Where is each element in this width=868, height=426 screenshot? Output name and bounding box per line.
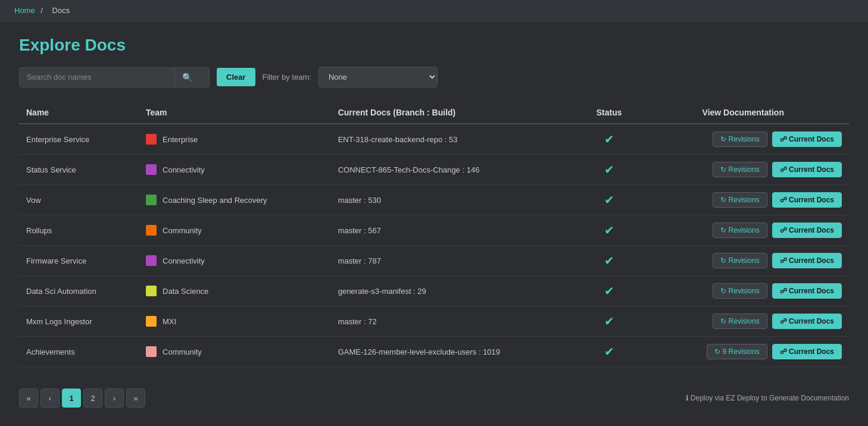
status-check-icon: ✔︎ bbox=[604, 284, 614, 297]
row-view-docs: ↻ Revisions☍ Current Docs bbox=[638, 246, 849, 276]
team-name: Community bbox=[163, 347, 202, 356]
row-status: ✔︎ bbox=[581, 155, 638, 185]
table-body: Enterprise ServiceEnterpriseENT-318-crea… bbox=[19, 124, 849, 367]
team-name: Connectivity bbox=[163, 256, 205, 265]
col-header-current-docs: Current Docs (Branch : Build) bbox=[331, 102, 581, 124]
row-view-docs: ↻ Revisions☍ Current Docs bbox=[638, 215, 849, 246]
breadcrumb-current: Docs bbox=[52, 6, 70, 15]
row-branch-build: ENT-318-create-backend-repo : 53 bbox=[331, 124, 581, 155]
docs-table-container: Name Team Current Docs (Branch : Build) … bbox=[19, 102, 849, 367]
row-team: MXI bbox=[139, 306, 331, 337]
revisions-button[interactable]: ↻ Revisions bbox=[713, 283, 767, 299]
revisions-button[interactable]: ↻ Revisions bbox=[713, 162, 767, 177]
row-team: Community bbox=[139, 215, 331, 246]
row-view-docs: ↻ Revisions☍ Current Docs bbox=[638, 276, 849, 306]
team-color-swatch bbox=[146, 225, 157, 236]
row-team: Connectivity bbox=[139, 246, 331, 276]
table-row: Firmware ServiceConnectivitymaster : 787… bbox=[19, 246, 849, 276]
filters-bar: 🔍 Clear Filter by team: None bbox=[19, 67, 849, 87]
table-row: Data Sci AutomationData Sciencegenerate-… bbox=[19, 276, 849, 306]
pagination-page2[interactable]: 2 bbox=[83, 389, 102, 408]
row-branch-build: GAME-126-member-level-exclude-users : 10… bbox=[331, 337, 581, 367]
current-docs-button[interactable]: ☍ Current Docs bbox=[772, 253, 842, 268]
team-color-swatch bbox=[146, 164, 157, 175]
team-color-swatch bbox=[146, 195, 157, 205]
search-input[interactable] bbox=[20, 68, 174, 86]
team-color-swatch bbox=[146, 286, 157, 296]
table-row: Status ServiceConnectivityCONNECT-865-Te… bbox=[19, 155, 849, 185]
row-status: ✔︎ bbox=[581, 124, 638, 155]
revisions-button[interactable]: ↻ Revisions bbox=[713, 131, 767, 147]
pagination-page1[interactable]: 1 bbox=[62, 389, 81, 408]
deploy-note: Deploy via EZ Deploy to Generate Documen… bbox=[691, 394, 849, 402]
breadcrumb-separator: / bbox=[40, 6, 43, 15]
row-view-docs: ↻ Revisions☍ Current Docs bbox=[638, 185, 849, 215]
current-docs-button[interactable]: ☍ Current Docs bbox=[772, 223, 842, 238]
revisions-button[interactable]: ↻ Revisions bbox=[713, 314, 767, 329]
row-branch-build: master : 567 bbox=[331, 215, 581, 246]
row-status: ✔︎ bbox=[581, 185, 638, 215]
row-name: Achievements bbox=[19, 337, 139, 367]
breadcrumb: Home / Docs bbox=[0, 0, 868, 21]
current-docs-button[interactable]: ☍ Current Docs bbox=[772, 344, 842, 359]
row-team: Coaching Sleep and Recovery bbox=[139, 185, 331, 215]
row-view-docs: ↻ 9 Revisions☍ Current Docs bbox=[638, 337, 849, 367]
current-docs-button[interactable]: ☍ Current Docs bbox=[772, 283, 842, 299]
revisions-button[interactable]: ↻ Revisions bbox=[713, 223, 767, 238]
row-name: Data Sci Automation bbox=[19, 276, 139, 306]
current-docs-button[interactable]: ☍ Current Docs bbox=[772, 131, 842, 147]
team-name: Community bbox=[163, 226, 202, 235]
row-team: Enterprise bbox=[139, 124, 331, 155]
row-name: Vow bbox=[19, 185, 139, 215]
table-row: AchievementsCommunityGAME-126-member-lev… bbox=[19, 337, 849, 367]
team-color-swatch bbox=[146, 346, 157, 357]
row-branch-build: master : 530 bbox=[331, 185, 581, 215]
current-docs-button[interactable]: ☍ Current Docs bbox=[772, 162, 842, 177]
revisions-button[interactable]: ↻ Revisions bbox=[713, 192, 767, 208]
breadcrumb-home[interactable]: Home bbox=[14, 6, 35, 15]
row-status: ✔︎ bbox=[581, 276, 638, 306]
row-branch-build: master : 72 bbox=[331, 306, 581, 337]
row-team: Connectivity bbox=[139, 155, 331, 185]
row-name: Enterprise Service bbox=[19, 124, 139, 155]
row-status: ✔︎ bbox=[581, 337, 638, 367]
revisions-button[interactable]: ↻ 9 Revisions bbox=[707, 344, 767, 359]
search-button[interactable]: 🔍 bbox=[174, 68, 199, 87]
pagination: « ‹ 1 2 › » bbox=[19, 389, 145, 408]
filter-label: Filter by team: bbox=[263, 73, 311, 82]
status-check-icon: ✔︎ bbox=[604, 133, 614, 146]
row-branch-build: generate-s3-manifest : 29 bbox=[331, 276, 581, 306]
footer-note: ℹ Deploy via EZ Deploy to Generate Docum… bbox=[686, 394, 849, 402]
status-check-icon: ✔︎ bbox=[604, 315, 614, 328]
pagination-first[interactable]: « bbox=[19, 389, 38, 408]
pagination-next[interactable]: › bbox=[105, 389, 124, 408]
current-docs-button[interactable]: ☍ Current Docs bbox=[772, 192, 842, 208]
clear-button[interactable]: Clear bbox=[217, 68, 255, 86]
revisions-button[interactable]: ↻ Revisions bbox=[713, 253, 767, 268]
docs-table: Name Team Current Docs (Branch : Build) … bbox=[19, 102, 849, 367]
col-header-view-docs: View Documentation bbox=[638, 102, 849, 124]
team-name: Enterprise bbox=[163, 135, 198, 144]
team-name: Coaching Sleep and Recovery bbox=[163, 196, 267, 205]
row-status: ✔︎ bbox=[581, 215, 638, 246]
current-docs-button[interactable]: ☍ Current Docs bbox=[772, 314, 842, 329]
team-name: Connectivity bbox=[163, 165, 205, 174]
row-name: Mxm Logs Ingestor bbox=[19, 306, 139, 337]
team-name: MXI bbox=[163, 317, 176, 326]
team-color-swatch bbox=[146, 134, 157, 145]
row-view-docs: ↻ Revisions☍ Current Docs bbox=[638, 124, 849, 155]
row-team: Community bbox=[139, 337, 331, 367]
status-check-icon: ✔︎ bbox=[604, 224, 614, 237]
pagination-last[interactable]: » bbox=[126, 389, 145, 408]
col-header-name: Name bbox=[19, 102, 139, 124]
team-color-swatch bbox=[146, 316, 157, 327]
team-filter-select[interactable]: None bbox=[319, 67, 438, 87]
row-team: Data Science bbox=[139, 276, 331, 306]
pagination-prev[interactable]: ‹ bbox=[40, 389, 60, 408]
row-view-docs: ↻ Revisions☍ Current Docs bbox=[638, 306, 849, 337]
table-row: RollupsCommunitymaster : 567✔︎↻ Revision… bbox=[19, 215, 849, 246]
status-check-icon: ✔︎ bbox=[604, 254, 614, 267]
status-check-icon: ✔︎ bbox=[604, 163, 614, 176]
main-content: Explore Docs 🔍 Clear Filter by team: Non… bbox=[0, 21, 868, 422]
row-branch-build: CONNECT-865-Tech-Docs-Change : 146 bbox=[331, 155, 581, 185]
